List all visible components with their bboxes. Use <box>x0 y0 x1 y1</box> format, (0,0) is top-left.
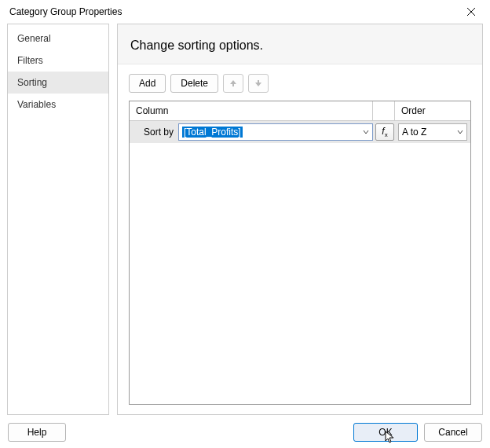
grid-header-column: Column <box>130 101 373 120</box>
order-dropdown-value: A to Z <box>402 127 426 138</box>
arrow-down-icon <box>254 79 262 87</box>
sort-grid: Column Order Sort by [Total_Profits] fx <box>129 101 471 405</box>
chevron-down-icon <box>363 129 369 135</box>
fx-icon: fx <box>382 126 387 138</box>
nav-item-variables[interactable]: Variables <box>8 94 108 116</box>
nav-item-sorting[interactable]: Sorting <box>8 72 108 94</box>
window-title: Category Group Properties <box>9 6 122 17</box>
main-panel: Change sorting options. Add Delete Colum… <box>117 24 483 415</box>
sidebar: General Filters Sorting Variables <box>7 24 109 415</box>
order-dropdown[interactable]: A to Z <box>398 123 467 141</box>
nav-item-filters[interactable]: Filters <box>8 50 108 72</box>
column-dropdown[interactable]: [Total_Profits] <box>178 123 373 141</box>
grid-header-row: Column Order <box>130 101 470 121</box>
close-icon <box>467 8 475 16</box>
ok-button[interactable]: OK <box>353 423 418 442</box>
expression-button[interactable]: fx <box>375 123 394 141</box>
arrow-up-icon <box>229 79 237 87</box>
move-down-button[interactable] <box>248 74 269 93</box>
help-button[interactable]: Help <box>8 423 66 442</box>
sort-by-label: Sort by <box>130 127 178 138</box>
nav-item-general[interactable]: General <box>8 28 108 50</box>
main-header: Change sorting options. <box>118 24 482 64</box>
content: General Filters Sorting Variables Change… <box>0 24 490 415</box>
cancel-button[interactable]: Cancel <box>424 423 482 442</box>
main-heading: Change sorting options. <box>130 39 470 53</box>
chevron-down-icon <box>457 129 463 135</box>
grid-data-row: Sort by [Total_Profits] fx A to Z <box>130 121 470 143</box>
titlebar: Category Group Properties <box>0 0 490 24</box>
main-body: Add Delete Column Order Sort by <box>118 64 482 414</box>
grid-header-order: Order <box>395 101 470 120</box>
move-up-button[interactable] <box>223 74 243 93</box>
grid-empty-area <box>130 143 470 404</box>
column-dropdown-value: [Total_Profits] <box>182 127 243 138</box>
footer: Help OK Cancel <box>0 417 490 448</box>
add-button[interactable]: Add <box>129 74 166 93</box>
close-button[interactable] <box>460 3 482 20</box>
footer-right: OK Cancel <box>353 423 482 442</box>
toolbar: Add Delete <box>129 74 471 93</box>
grid-header-fx <box>373 101 395 120</box>
delete-button[interactable]: Delete <box>170 74 218 93</box>
